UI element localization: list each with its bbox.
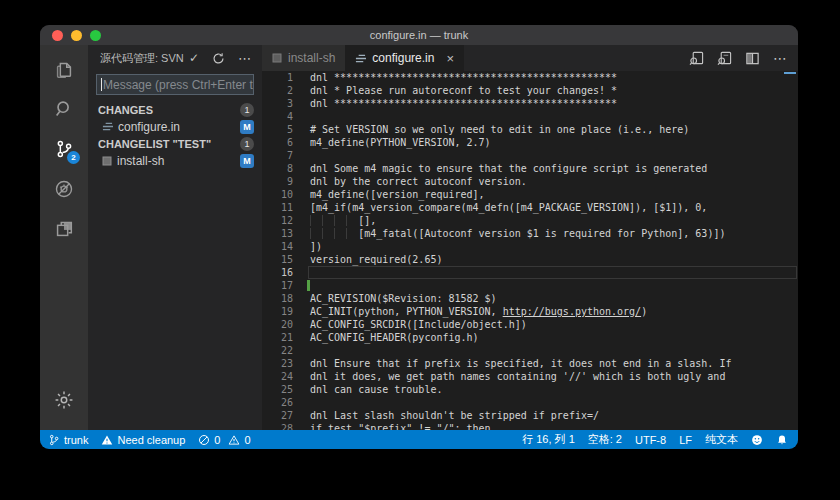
tab-install-sh[interactable]: install-sh [262, 45, 345, 71]
more-actions-button[interactable]: ⋯ [238, 52, 252, 65]
code-line[interactable]: 8dnl Some m4 magic to ensure that the co… [262, 162, 798, 175]
split-editor-button[interactable] [745, 51, 760, 66]
tab-configure-in[interactable]: configure.in × [345, 45, 464, 71]
commit-button[interactable]: ✓ [189, 52, 199, 64]
code-line[interactable]: 3dnl ***********************************… [262, 97, 798, 110]
line-text: dnl can cause trouble. [302, 383, 798, 396]
activity-extensions[interactable] [40, 209, 88, 249]
code-line[interactable]: 15version_required(2.65) [262, 253, 798, 266]
line-number: 5 [262, 123, 302, 136]
line-text: dnl ************************************… [302, 71, 798, 84]
code-editor[interactable]: 1dnl ***********************************… [262, 71, 798, 430]
refresh-button[interactable] [212, 52, 225, 65]
code-line[interactable]: 7 [262, 149, 798, 162]
code-line[interactable]: 24dnl it does, we get path names contain… [262, 370, 798, 383]
problems-indicator[interactable]: 0 0 [198, 434, 250, 446]
code-line[interactable]: 16 [262, 266, 798, 279]
code-line[interactable]: 14]) [262, 240, 798, 253]
code-line[interactable]: 17 [262, 279, 798, 292]
file-row-install-sh[interactable]: install-sh M [88, 152, 262, 169]
warning-icon [101, 434, 113, 446]
activity-explorer[interactable] [40, 49, 88, 89]
code-line[interactable]: 2dnl * Please run autoreconf to test you… [262, 84, 798, 97]
code-line[interactable]: 12 [], [262, 214, 798, 227]
line-number: 17 [262, 279, 302, 292]
notifications-button[interactable] [776, 434, 788, 446]
line-text: if test "$prefix" != "/"; then [302, 422, 798, 430]
code-line[interactable]: 11[m4_if(m4_version_compare(m4_defn([m4_… [262, 201, 798, 214]
code-line[interactable]: 21AC_CONFIG_HEADER(pyconfig.h) [262, 331, 798, 344]
smiley-icon [751, 434, 763, 446]
line-number: 13 [262, 227, 302, 240]
indent-guide [310, 215, 322, 226]
code-line[interactable]: 18AC_REVISION($Revision: 81582 $) [262, 292, 798, 305]
generic-file-icon [102, 156, 112, 166]
close-window-button[interactable] [52, 30, 63, 41]
debug-icon [53, 178, 75, 200]
code-line[interactable]: 22 [262, 344, 798, 357]
code-line[interactable]: 23dnl Ensure that if prefix is specified… [262, 357, 798, 370]
code-line[interactable]: 26 [262, 396, 798, 409]
code-line[interactable]: 25dnl can cause trouble. [262, 383, 798, 396]
file-row-configure-in[interactable]: configure.in M [88, 118, 262, 135]
code-line[interactable]: 19AC_INIT(python, PYTHON_VERSION, http:/… [262, 305, 798, 318]
line-number: 8 [262, 162, 302, 175]
settings-button[interactable] [40, 380, 88, 420]
section-changelist-test[interactable]: CHANGELIST "TEST" 1 [88, 135, 262, 152]
encoding-indicator[interactable]: UTF-8 [635, 434, 666, 446]
code-line[interactable]: 5# Set VERSION so we only need to edit i… [262, 123, 798, 136]
search-icon [53, 98, 75, 120]
code-line[interactable]: 27dnl Last slash shouldn't be stripped i… [262, 409, 798, 422]
line-text: [m4_if(m4_version_compare(m4_defn([m4_PA… [302, 201, 798, 214]
line-text: AC_INIT(python, PYTHON_VERSION, http://b… [302, 305, 798, 318]
line-number: 26 [262, 396, 302, 409]
code-line[interactable]: 20AC_CONFIG_SRCDIR([Include/object.h]) [262, 318, 798, 331]
activity-search[interactable] [40, 89, 88, 129]
line-text: dnl Ensure that if prefix is specified, … [302, 357, 798, 370]
close-tab-icon[interactable]: × [446, 51, 454, 66]
open-file-button[interactable] [717, 51, 732, 66]
line-number: 16 [262, 266, 302, 279]
open-changes-button[interactable] [689, 51, 704, 66]
changelist-count-badge: 1 [240, 137, 254, 151]
title-bar[interactable]: configure.in — trunk [40, 25, 798, 45]
line-number: 23 [262, 357, 302, 370]
code-line[interactable]: 4 [262, 110, 798, 123]
branch-indicator[interactable]: trunk [48, 434, 88, 446]
line-number: 1 [262, 71, 302, 84]
more-editor-actions-button[interactable]: ⋯ [773, 50, 788, 66]
detected-link[interactable]: http://bugs.python.org/ [503, 306, 641, 317]
language-mode[interactable]: 纯文本 [705, 432, 738, 447]
line-text: [m4_fatal([Autoconf version $1 is requir… [302, 227, 798, 240]
activity-source-control[interactable]: 2 [40, 129, 88, 169]
zoom-window-button[interactable] [90, 30, 101, 41]
eol-indicator[interactable]: LF [679, 434, 692, 446]
line-text [302, 149, 798, 162]
indentation-indicator[interactable]: 空格: 2 [588, 432, 622, 447]
code-line[interactable]: 1dnl ***********************************… [262, 71, 798, 84]
activity-debug[interactable] [40, 169, 88, 209]
code-line[interactable]: 10m4_define([version_required], [262, 188, 798, 201]
line-number: 28 [262, 422, 302, 430]
cleanup-warning-label: Need cleanup [117, 434, 185, 446]
line-text: dnl Some m4 magic to ensure that the con… [302, 162, 798, 175]
section-changes[interactable]: CHANGES 1 [88, 101, 262, 118]
line-text: AC_REVISION($Revision: 81582 $) [302, 292, 798, 305]
feedback-button[interactable] [751, 434, 763, 446]
traffic-lights [52, 30, 101, 41]
code-line[interactable]: 9dnl by the correct autoconf version. [262, 175, 798, 188]
indent-guide [334, 228, 346, 239]
cleanup-warning[interactable]: Need cleanup [101, 434, 185, 446]
branch-icon [48, 434, 60, 446]
commit-message-input[interactable]: Message (press Ctrl+Enter to [96, 74, 254, 95]
changes-count-badge: 1 [240, 103, 254, 117]
minimize-window-button[interactable] [71, 30, 82, 41]
line-text: [], [302, 214, 798, 227]
cursor-position[interactable]: 行 16, 列 1 [522, 432, 575, 447]
line-number: 9 [262, 175, 302, 188]
line-number: 21 [262, 331, 302, 344]
code-line[interactable]: 28if test "$prefix" != "/"; then [262, 422, 798, 430]
code-line[interactable]: 6m4_define(PYTHON_VERSION, 2.7) [262, 136, 798, 149]
line-text: dnl Last slash shouldn't be stripped if … [302, 409, 798, 422]
code-line[interactable]: 13 [m4_fatal([Autoconf version $1 is req… [262, 227, 798, 240]
